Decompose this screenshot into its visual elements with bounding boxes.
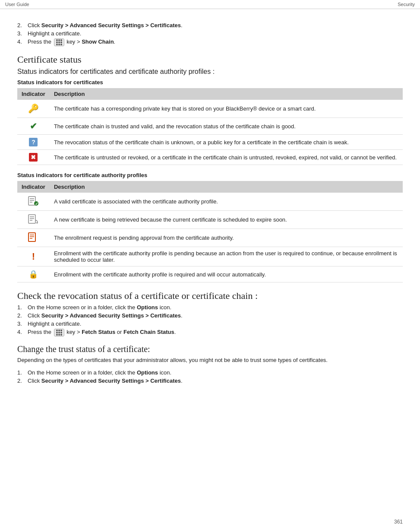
cert-desc-check: The certificate chain is trusted and val… — [50, 118, 403, 135]
ca-desc-pending: The enrollment request is pending approv… — [50, 229, 403, 247]
cert-status-subtitle: Status indicators for certificates and c… — [17, 68, 403, 76]
change-trust-step-1: 1. On the Home screen or in a folder, cl… — [17, 369, 403, 376]
cert-desc-x: The certificate is untrusted or revoked,… — [50, 150, 403, 165]
ca-icon-lock: 🔒 — [17, 267, 50, 282]
cert-col1-header: Indicator — [17, 88, 50, 100]
check-revocation-steps: 1. On the Home screen or in a folder, cl… — [17, 304, 403, 336]
page-footer: 361 — [394, 519, 403, 525]
cert-row-check: ✔ The certificate chain is trusted and v… — [17, 118, 403, 135]
change-trust-step-2: 2. Click Security > Advanced Security Se… — [17, 378, 403, 384]
ca-valid-icon: ✓ — [27, 196, 39, 206]
change-trust-description: Depending on the types of certificates t… — [17, 357, 403, 363]
page-header: User Guide Security — [0, 0, 420, 9]
ca-row-lock: 🔒 Enrollment with the certificate author… — [17, 267, 403, 282]
cert-row-x: ✖ The certificate is untrusted or revoke… — [17, 150, 403, 165]
ca-table-label: Status indicators for certificate author… — [17, 172, 403, 178]
check-step-2: 2. Click Security > Advanced Security Se… — [17, 312, 403, 319]
top-steps: 2. Click Security > Advanced Security Se… — [17, 22, 403, 46]
cert-icon-question: ? — [17, 135, 50, 150]
ca-desc-exclaim: Enrollment with the certificate authorit… — [50, 247, 403, 267]
cert-icon-x: ✖ — [17, 150, 50, 165]
svg-text:🔑: 🔑 — [28, 103, 39, 113]
ca-desc-new: A new certificate is being retrieved bec… — [50, 211, 403, 229]
ca-row-pending: The enrollment request is pending approv… — [17, 229, 403, 247]
ca-col2-header: Description — [50, 181, 403, 193]
ca-pending-icon — [27, 232, 39, 242]
check-step-1: 1. On the Home screen or in a folder, cl… — [17, 304, 403, 311]
step-3: 3. Highlight a certificate. — [17, 30, 403, 37]
ca-indicator-table: Indicator Description ✓ — [17, 181, 403, 282]
page-number: 361 — [394, 519, 403, 525]
change-trust-title: Change the trust status of a certificate… — [17, 344, 403, 354]
cert-icon-check: ✔ — [17, 118, 50, 135]
cert-desc-question: The revocation status of the certificate… — [50, 135, 403, 150]
ca-desc-lock: Enrollment with the certificate authorit… — [50, 267, 403, 282]
cert-status-title: Certificate status — [17, 54, 403, 65]
ca-col1-header: Indicator — [17, 181, 50, 193]
key-wrench-icon: 🔑 — [27, 103, 39, 113]
ca-desc-valid: A valid certificate is associated with t… — [50, 193, 403, 211]
cert-row-key: 🔑 The certificate has a corresponding pr… — [17, 100, 403, 118]
main-content: 2. Click Security > Advanced Security Se… — [0, 9, 420, 409]
check-revocation-title: Check the revocation status of a certifi… — [17, 290, 403, 301]
ca-row-exclaim: ! Enrollment with the certificate author… — [17, 247, 403, 267]
ca-icon-pending — [17, 229, 50, 247]
ca-icon-exclaim: ! — [17, 247, 50, 267]
ca-new-icon — [27, 214, 39, 224]
cert-icon-key: 🔑 — [17, 100, 50, 118]
change-trust-steps: 1. On the Home screen or in a folder, cl… — [17, 369, 403, 384]
check-step-4: 4. Press the key > Fetch Status or Fetch… — [17, 329, 403, 336]
ca-row-valid: ✓ A valid certificate is associated with… — [17, 193, 403, 211]
svg-rect-12 — [28, 233, 35, 241]
cert-col2-header: Description — [50, 88, 403, 100]
cert-indicator-table: Indicator Description 🔑 The certificate … — [17, 88, 403, 165]
check-step-3: 3. Highlight a certificate. — [17, 321, 403, 327]
menu-key-icon — [54, 38, 64, 46]
ca-row-new: A new certificate is being retrieved bec… — [17, 211, 403, 229]
ca-icon-valid: ✓ — [17, 193, 50, 211]
ca-icon-new — [17, 211, 50, 229]
step-4: 4. Press the key > Show Chain. — [17, 38, 403, 46]
cert-table-label: Status indicators for certificates — [17, 79, 403, 86]
menu-key-icon-2 — [54, 329, 64, 336]
cert-row-question: ? The revocation status of the certifica… — [17, 135, 403, 150]
svg-rect-7 — [28, 215, 35, 223]
step-2: 2. Click Security > Advanced Security Se… — [17, 22, 403, 29]
header-right: Security — [398, 2, 415, 7]
cert-desc-key: The certificate has a corresponding priv… — [50, 100, 403, 118]
header-left: User Guide — [5, 2, 29, 7]
svg-text:✓: ✓ — [35, 202, 38, 206]
